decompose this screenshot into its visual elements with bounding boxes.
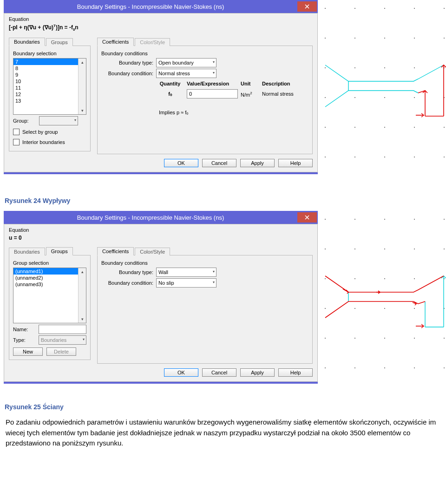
- group-label: Group:: [13, 118, 36, 124]
- scrollbar[interactable]: [78, 59, 86, 114]
- interior-boundaries-checkbox[interactable]: Interior boundaries: [13, 139, 65, 145]
- ok-button[interactable]: OK: [164, 368, 198, 377]
- tab-groups[interactable]: Groups: [46, 38, 73, 46]
- group-list[interactable]: (unnamed1) (unnamed2) (unnamed3) ▴ ▾: [13, 268, 86, 323]
- list-item[interactable]: (unnamed3): [13, 281, 86, 288]
- svg-point-0: [325, 8, 326, 9]
- svg-point-51: [354, 308, 355, 309]
- select-by-group-checkbox[interactable]: Select by group: [13, 129, 58, 135]
- svg-point-26: [354, 157, 355, 157]
- svg-point-3: [414, 8, 415, 9]
- list-item[interactable]: (unnamed2): [13, 275, 86, 281]
- list-item[interactable]: 7: [13, 59, 86, 65]
- tab-groups[interactable]: Groups: [46, 247, 73, 255]
- titlebar[interactable]: Boundary Settings - Incompressible Navie…: [4, 0, 318, 13]
- svg-point-7: [384, 38, 385, 39]
- svg-point-53: [414, 308, 415, 309]
- equation-label: Equation: [9, 227, 313, 233]
- cancel-button[interactable]: Cancel: [202, 368, 236, 377]
- equation-display: [-pI + η(∇u + (∇u)T)]n = -f0n: [9, 24, 313, 32]
- svg-point-8: [414, 38, 415, 39]
- help-button[interactable]: Help: [278, 159, 313, 167]
- close-icon: [305, 4, 309, 9]
- type-label: Type:: [13, 337, 36, 343]
- svg-point-64: [444, 367, 445, 368]
- list-item[interactable]: 12: [13, 91, 86, 98]
- boundary-type-dropdown[interactable]: Wall ▾: [156, 268, 216, 277]
- close-icon: [305, 215, 309, 220]
- tab-color-style[interactable]: Color/Style: [135, 38, 170, 46]
- svg-point-10: [325, 67, 326, 68]
- list-item[interactable]: 8: [13, 65, 86, 72]
- chevron-down-icon: ▾: [213, 269, 215, 274]
- boundary-condition-dropdown[interactable]: No slip ▾: [156, 278, 216, 288]
- svg-point-45: [325, 278, 326, 279]
- svg-point-39: [444, 219, 445, 220]
- cancel-button[interactable]: Cancel: [202, 159, 236, 167]
- figure-caption-25: Rysunek 25 Ściany: [5, 403, 446, 411]
- name-label: Name:: [13, 327, 36, 332]
- svg-point-19: [444, 97, 445, 98]
- svg-line-32: [418, 91, 425, 93]
- scroll-down-icon[interactable]: ▾: [79, 315, 86, 323]
- column-quantity: Quantity: [156, 81, 184, 86]
- svg-point-36: [354, 219, 355, 220]
- svg-point-47: [384, 278, 385, 279]
- svg-point-41: [354, 249, 355, 249]
- window-title: Boundary Settings - Incompressible Navie…: [4, 3, 297, 10]
- column-unit: Unit: [241, 81, 259, 86]
- group-selection-label: Group selection: [13, 260, 86, 266]
- svg-point-16: [354, 97, 355, 98]
- svg-point-12: [384, 67, 385, 68]
- f0-input[interactable]: 0: [187, 89, 238, 98]
- equation-display: u = 0: [9, 235, 313, 241]
- svg-point-56: [354, 338, 355, 339]
- delete-button[interactable]: Delete: [46, 347, 76, 356]
- list-item[interactable]: 9: [13, 72, 86, 78]
- svg-point-13: [414, 67, 415, 68]
- close-button[interactable]: [297, 1, 317, 12]
- tab-boundaries[interactable]: Boundaries: [9, 38, 45, 46]
- tab-boundaries[interactable]: Boundaries: [9, 248, 45, 255]
- scrollbar[interactable]: [78, 268, 86, 323]
- svg-point-40: [325, 249, 326, 249]
- help-button[interactable]: Help: [278, 368, 313, 377]
- type-dropdown[interactable]: Boundaries ▾: [39, 335, 86, 345]
- boundary-conditions-label: Boundary conditions: [101, 260, 308, 266]
- tab-coefficients[interactable]: Coefficients: [97, 247, 134, 255]
- scroll-down-icon[interactable]: ▾: [79, 107, 86, 114]
- group-dropdown[interactable]: ▾: [39, 116, 78, 125]
- chevron-down-icon: ▾: [74, 118, 76, 122]
- svg-point-43: [414, 249, 415, 249]
- chevron-down-icon: ▾: [213, 71, 215, 75]
- svg-point-21: [354, 127, 355, 128]
- boundary-list[interactable]: 7 8 9 10 11 12 13 ▴ ▾: [13, 58, 86, 115]
- svg-point-9: [444, 38, 445, 39]
- titlebar[interactable]: Boundary Settings - Incompressible Navie…: [4, 211, 318, 224]
- apply-button[interactable]: Apply: [240, 368, 275, 377]
- figure-caption-24: Rysunek 24 Wypływy: [5, 197, 446, 204]
- tab-coefficients[interactable]: Coefficients: [97, 38, 134, 46]
- list-item[interactable]: 13: [13, 98, 86, 104]
- svg-point-57: [384, 338, 385, 339]
- scroll-up-icon[interactable]: ▴: [79, 268, 86, 275]
- svg-point-24: [444, 127, 445, 128]
- checkbox-icon: [13, 139, 20, 145]
- name-input[interactable]: [39, 325, 86, 334]
- list-item[interactable]: 10: [13, 78, 86, 85]
- list-item[interactable]: 11: [13, 85, 86, 91]
- apply-button[interactable]: Apply: [240, 159, 275, 167]
- tab-color-style[interactable]: Color/Style: [135, 248, 170, 255]
- boundary-condition-dropdown[interactable]: Normal stress ▾: [156, 69, 216, 78]
- ok-button[interactable]: OK: [164, 159, 198, 167]
- window-title: Boundary Settings - Incompressible Navie…: [4, 214, 297, 221]
- new-button[interactable]: New: [13, 347, 43, 356]
- close-button[interactable]: [297, 212, 317, 223]
- boundary-condition-label: Boundary condition:: [101, 71, 153, 76]
- boundary-type-dropdown[interactable]: Open boundary ▾: [156, 58, 216, 67]
- svg-point-1: [354, 8, 355, 9]
- paragraph-text: Po zadaniu odpowiednich parametrów i ust…: [6, 417, 440, 449]
- column-value: Value/Expression: [187, 81, 238, 86]
- scroll-up-icon[interactable]: ▴: [79, 59, 86, 66]
- list-item[interactable]: (unnamed1): [13, 268, 86, 275]
